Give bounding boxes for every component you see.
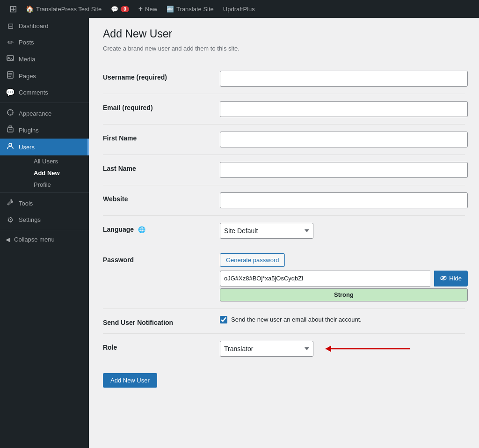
- sidebar-item-media[interactable]: Media: [0, 51, 89, 67]
- username-field: [220, 71, 468, 87]
- sidebar-label-plugins: Plugins: [19, 127, 39, 134]
- role-label: Role: [103, 341, 220, 351]
- submenu-add-new[interactable]: Add New: [17, 167, 89, 179]
- submenu-all-users[interactable]: All Users: [17, 155, 89, 167]
- comments-icon: 💬: [6, 88, 15, 97]
- lastname-input[interactable]: [220, 162, 468, 178]
- website-row: Website: [103, 185, 465, 215]
- sidebar-label-appearance: Appearance: [19, 110, 51, 117]
- email-row: Email (required): [103, 94, 465, 124]
- strength-label: Strong: [334, 291, 354, 298]
- password-row: Password Generate password Hide: [103, 246, 465, 308]
- hide-label: Hide: [449, 275, 462, 282]
- submit-row: Add New User: [103, 364, 465, 388]
- site-name: TranslatePress Test Site: [36, 6, 102, 13]
- posts-icon: ✏: [6, 38, 15, 47]
- sidebar-separator-1: [0, 103, 89, 103]
- website-field: [220, 192, 468, 208]
- website-label: Website: [103, 192, 220, 203]
- sidebar-item-tools[interactable]: Tools: [0, 195, 89, 212]
- role-wrapper: Translator: [220, 341, 465, 357]
- password-input-row: Hide: [220, 271, 468, 286]
- admin-bar-comments[interactable]: 💬 0: [106, 0, 134, 18]
- dashboard-icon: ⊟: [6, 22, 15, 30]
- sidebar-item-users[interactable]: Users: [0, 139, 89, 155]
- sidebar-item-posts[interactable]: ✏ Posts: [0, 34, 89, 51]
- page-title: Add New User: [103, 27, 465, 41]
- eye-icon: [440, 275, 447, 282]
- notification-checkbox[interactable]: [220, 316, 227, 323]
- sidebar-item-appearance[interactable]: Appearance: [0, 105, 89, 122]
- collapse-menu[interactable]: ◀ Collapse menu: [0, 232, 89, 247]
- lastname-label: Last Name: [103, 162, 220, 172]
- notification-checkbox-row: Send the new user an email about their a…: [220, 316, 465, 323]
- admin-bar-updraft[interactable]: UpdraftPlus: [218, 0, 260, 18]
- sidebar-separator-3: [0, 230, 89, 230]
- sidebar-item-pages[interactable]: Pages: [0, 67, 89, 84]
- updraft-label: UpdraftPlus: [223, 6, 255, 13]
- lastname-field: [220, 162, 468, 178]
- sidebar-item-settings[interactable]: ⚙ Settings: [0, 212, 89, 228]
- notification-label: Send User Notification: [103, 316, 220, 326]
- svg-rect-8: [7, 128, 13, 132]
- home-icon: 🏠: [26, 5, 34, 13]
- lastname-row: Last Name: [103, 154, 465, 185]
- sidebar-label-pages: Pages: [19, 73, 36, 80]
- sidebar-label-settings: Settings: [19, 216, 41, 223]
- add-user-form: Username (required) Email (required) Fir…: [103, 64, 465, 388]
- tools-icon: [6, 198, 15, 208]
- language-select[interactable]: Site Default: [220, 223, 313, 239]
- media-icon: [6, 54, 15, 64]
- admin-bar-translate[interactable]: 🔤 Translate Site: [162, 0, 218, 18]
- sidebar-label-dashboard: Dashboard: [19, 22, 49, 29]
- password-field: Generate password Hide: [220, 253, 468, 301]
- comment-count: 0: [121, 6, 129, 12]
- sidebar: ⊟ Dashboard ✏ Posts Media Pages 💬 Commen…: [0, 18, 89, 448]
- firstname-field: [220, 132, 468, 147]
- sidebar-label-media: Media: [19, 56, 35, 63]
- add-new-user-button[interactable]: Add New User: [103, 373, 157, 388]
- language-icon: 🌐: [138, 226, 145, 233]
- website-input[interactable]: [220, 192, 468, 208]
- firstname-input[interactable]: [220, 132, 468, 147]
- language-label: Language 🌐: [103, 223, 220, 233]
- comment-icon: 💬: [111, 6, 118, 13]
- sidebar-item-comments[interactable]: 💬 Comments: [0, 84, 89, 101]
- collapse-icon: ◀: [6, 236, 10, 243]
- pages-icon: [6, 71, 15, 81]
- translate-label: Translate Site: [176, 6, 214, 13]
- plus-icon: +: [138, 5, 143, 13]
- firstname-row: First Name: [103, 124, 465, 154]
- page-subtitle: Create a brand new user and add them to …: [103, 45, 465, 52]
- email-input[interactable]: [220, 101, 468, 117]
- collapse-label: Collapse menu: [14, 236, 55, 243]
- role-field: Translator: [220, 341, 465, 357]
- sidebar-label-posts: Posts: [19, 39, 34, 46]
- settings-icon: ⚙: [6, 215, 15, 224]
- notification-row: Send User Notification Send the new user…: [103, 308, 465, 333]
- sidebar-item-plugins[interactable]: Plugins: [0, 122, 89, 139]
- sidebar-item-dashboard[interactable]: ⊟ Dashboard: [0, 18, 89, 34]
- svg-marker-15: [326, 345, 331, 352]
- password-label: Password: [103, 253, 220, 264]
- role-select[interactable]: Translator: [220, 341, 313, 357]
- role-row: Role Translator: [103, 333, 465, 364]
- generate-password-button[interactable]: Generate password: [220, 253, 285, 267]
- firstname-label: First Name: [103, 132, 220, 142]
- admin-bar: ⊞ 🏠 TranslatePress Test Site 💬 0 + New 🔤…: [0, 0, 479, 18]
- admin-bar-new[interactable]: + New: [134, 0, 162, 18]
- translate-icon: 🔤: [167, 6, 174, 13]
- username-label: Username (required): [103, 71, 220, 81]
- submenu-profile[interactable]: Profile: [17, 179, 89, 191]
- users-icon: [6, 142, 15, 152]
- username-input[interactable]: [220, 71, 468, 87]
- admin-bar-site[interactable]: 🏠 TranslatePress Test Site: [21, 0, 106, 18]
- new-label: New: [145, 6, 157, 13]
- notification-field: Send the new user an email about their a…: [220, 316, 465, 323]
- wp-logo[interactable]: ⊞: [6, 0, 21, 18]
- username-row: Username (required): [103, 64, 465, 94]
- sidebar-separator-2: [0, 192, 89, 193]
- password-input[interactable]: [220, 271, 430, 286]
- password-strength-bar: Strong: [220, 288, 468, 301]
- hide-password-button[interactable]: Hide: [434, 271, 468, 286]
